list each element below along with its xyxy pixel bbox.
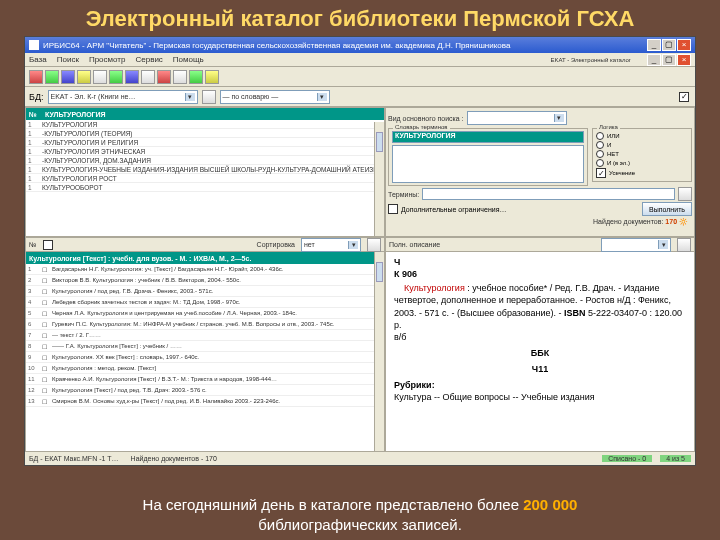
result-row[interactable]: 11☐Кравченко А.И. Культурология [Текст] … [26,374,384,385]
dict-row[interactable]: 1КУЛЬТУРОЛОГИЯ [26,120,384,129]
tool-icon-10[interactable] [173,70,187,84]
tool-icon-8[interactable] [141,70,155,84]
child-close-button[interactable]: × [677,54,691,66]
rubr-label: Рубрики: [394,379,686,391]
db-combo[interactable]: EKAT - Эл. К-г (Книги не… ▾ [48,90,198,104]
tool-icon-9[interactable] [157,70,171,84]
print-icon[interactable] [677,238,691,252]
result-row[interactable]: 9☐Культурология. XX век [Текст] : словар… [26,352,384,363]
child-max-button[interactable]: ▢ [662,54,676,66]
isbn-label: ISBN [564,308,586,318]
child-min-button[interactable]: _ [647,54,661,66]
combo-tool-icon[interactable] [202,90,216,104]
close-button[interactable]: × [677,39,691,51]
radio-and[interactable] [596,141,604,149]
menu-db[interactable]: База [29,55,47,64]
result-row[interactable]: 13☐Смирнов В.М. Основы худ.к-ры [Текст] … [26,396,384,407]
record-code: К 906 [394,268,686,280]
filter-checkbox[interactable]: ✓ [679,92,689,102]
results-title: Культурология [Текст] : учебн. для вузов… [26,252,384,264]
record-hdr-label: Полн. описание [389,240,440,249]
radio-andel[interactable] [596,159,604,167]
dict-row[interactable]: 1-КУЛЬТУРОЛОГИЯ ЭТНИЧЕСКАЯ [26,147,384,156]
fulltext-label: Дополнительные ограничения… [401,206,506,213]
terms-input[interactable] [422,188,675,200]
view-label: Вид основного поиска : [388,115,464,122]
result-row[interactable]: 10☐Культурология : метод. реком. [Текст] [26,363,384,374]
result-row[interactable]: 3☐Культурология / под ред. Г.В. Драча.- … [26,286,384,297]
result-row[interactable]: 12☐Культурология [Текст] / под ред. Т.В.… [26,385,384,396]
search-button[interactable]: Выполнить [642,202,692,216]
tool-icon-7[interactable] [125,70,139,84]
dict-row[interactable]: 1-КУЛЬТУРОЛОГИЯ И РЕЛИГИЯ [26,138,384,147]
tool-icon-6[interactable] [109,70,123,84]
view-combo[interactable]: ▾ [467,111,567,125]
dict-row[interactable]: 1КУЛЬТУРОЛОГИЯ-УЧЕБНЫЕ ИЗДАНИЯ-ИЗДАНИЯ В… [26,165,384,174]
terms-list[interactable] [392,145,584,183]
radio-or[interactable] [596,132,604,140]
record-lang: Ч [394,256,686,268]
dict-row[interactable]: 1-КУЛЬТУРОЛОГИЯ, ДОМ.ЗАДАНИЯ [26,156,384,165]
found-label: Найдено документов: [593,218,663,225]
menu-service[interactable]: Сервис [135,55,162,64]
sort-combo[interactable]: нет▾ [301,238,361,252]
dict-combo-value: — по словарю — [223,93,279,100]
result-row[interactable]: 7☐— текст / 2. Г…… [26,330,384,341]
maximize-button[interactable]: ▢ [662,39,676,51]
dictionary-list[interactable]: 1КУЛЬТУРОЛОГИЯ1-КУЛЬТУРОЛОГИЯ (ТЕОРИЯ)1-… [26,120,384,192]
term-input[interactable]: КУЛЬТУРОЛОГИЯ [392,131,584,143]
tab-label: EKAT - Электронный каталог [550,57,631,63]
found-count: 170 [665,218,677,225]
select-all-check[interactable] [43,240,53,250]
tool-icon-3[interactable] [61,70,75,84]
results-col-num: № [29,241,37,248]
dict-row[interactable]: 1КУЛЬТУРООБОРОТ [26,183,384,192]
record-view: Полн. описание ▾ Ч К 906 Культурология :… [385,237,695,465]
scrollbar[interactable] [374,252,384,464]
dictionary-panel: № КУЛЬТУРОЛОГИЯ 1КУЛЬТУРОЛОГИЯ1-КУЛЬТУРО… [25,107,385,237]
chevron-down-icon: ▾ [185,93,195,101]
db-combo-value: EKAT - Эл. К-г (Книги не… [51,93,136,100]
footer-caption: На сегодняшний день в каталоге представл… [0,495,720,534]
results-list[interactable]: 1☐Багдасарьян Н.Г. Культурология: уч. [Т… [26,264,384,407]
minimize-button[interactable]: _ [647,39,661,51]
result-row[interactable]: 4☐Лебедев сборник зачетных тестов и зада… [26,297,384,308]
menu-help[interactable]: Помощь [173,55,204,64]
tool-icon-4[interactable] [77,70,91,84]
status-right-1: Списано - 0 [602,455,652,462]
tool-icon-5[interactable] [93,70,107,84]
window-titlebar: ИРБИС64 - АРМ "Читатель" - Пермская госу… [25,37,695,53]
result-row[interactable]: 1☐Багдасарьян Н.Г. Культурология: уч. [Т… [26,264,384,275]
dict-combo[interactable]: — по словарю — ▾ [220,90,330,104]
dict-row[interactable]: 1-КУЛЬТУРОЛОГИЯ (ТЕОРИЯ) [26,129,384,138]
slide-title: Электронный каталог библиотеки Пермской … [0,0,720,36]
status-left-1: БД - ЕКАТ Макс.MFN -1 Т… [29,455,119,462]
window-title-text: ИРБИС64 - АРМ "Читатель" - Пермская госу… [43,41,510,50]
results-panel: № Сортировка нет▾ Культурология [Текст] … [25,237,385,465]
menu-view[interactable]: Просмотр [89,55,126,64]
radio-not[interactable] [596,150,604,158]
search-panel: Вид основного поиска : ▾ Словарь термино… [385,107,695,237]
sort-tool-icon[interactable] [367,238,381,252]
clear-icon[interactable] [678,187,692,201]
fulltext-check[interactable] [388,204,398,214]
scrollbar[interactable] [374,122,384,236]
tool-icon-2[interactable] [45,70,59,84]
dict-row[interactable]: 1КУЛЬТУРОЛОГИЯ РОСТ [26,174,384,183]
tool-icon-1[interactable] [29,70,43,84]
result-row[interactable]: 6☐Гуревич П.С. Культурология: М.: ИНФРА-… [26,319,384,330]
toolbar [25,67,695,87]
logic-group-label: Логика [597,124,620,130]
menu-search[interactable]: Поиск [57,55,79,64]
format-combo[interactable]: ▾ [601,238,671,252]
result-row[interactable]: 8☐—— Г.А. Культурология [Текст] : учебни… [26,341,384,352]
rubr-value: Культура -- Общие вопросы -- Учебные изд… [394,391,686,403]
trunc-check[interactable]: ✓ [596,168,606,178]
app-window: ИРБИС64 - АРМ "Читатель" - Пермская госу… [24,36,696,466]
filterbar: БД: EKAT - Эл. К-г (Книги не… ▾ — по сло… [25,87,695,107]
result-row[interactable]: 5☐Черная Л.А. Культурология и центрируем… [26,308,384,319]
result-row[interactable]: 2☐Викторов В.В. Культурология : учебник … [26,275,384,286]
record-loc: в/б [394,331,686,343]
tool-icon-11[interactable] [189,70,203,84]
tool-icon-12[interactable] [205,70,219,84]
